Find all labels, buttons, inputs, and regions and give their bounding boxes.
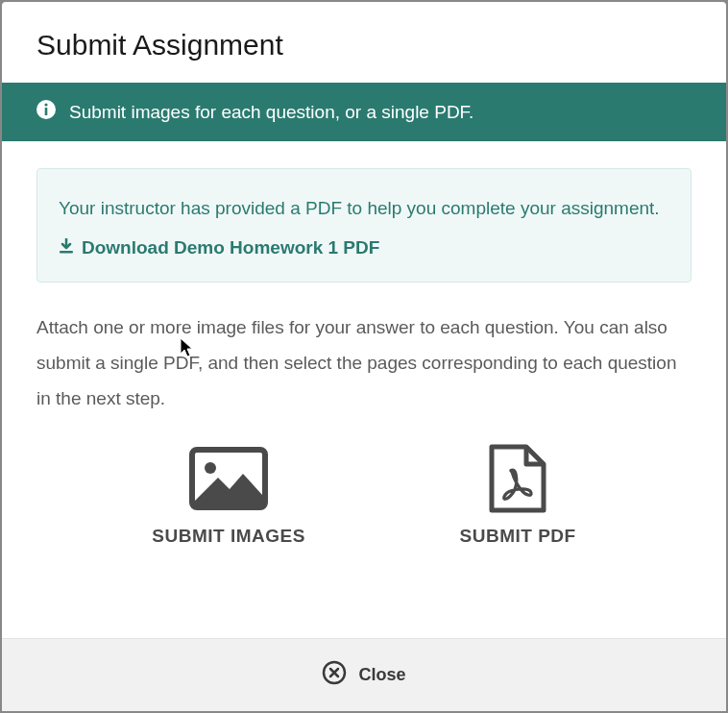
help-box: Your instructor has provided a PDF to he… [36, 168, 692, 283]
modal-header: Submit Assignment [2, 2, 726, 83]
svg-point-2 [44, 103, 47, 106]
submit-pdf-button[interactable]: SUBMIT PDF [460, 445, 576, 547]
submit-images-button[interactable]: SUBMIT IMAGES [152, 445, 305, 547]
image-icon [189, 445, 268, 512]
submit-assignment-modal: Submit Assignment Submit images for each… [2, 2, 726, 711]
close-label: Close [358, 665, 405, 685]
modal-title: Submit Assignment [36, 29, 692, 61]
svg-rect-3 [60, 251, 73, 254]
pdf-icon [488, 445, 547, 512]
close-icon [322, 660, 347, 690]
download-link-label: Download Demo Homework 1 PDF [82, 237, 379, 258]
submit-images-label: SUBMIT IMAGES [152, 526, 305, 547]
close-button[interactable]: Close [322, 660, 405, 690]
submit-pdf-label: SUBMIT PDF [460, 526, 576, 547]
info-banner-text: Submit images for each question, or a si… [69, 102, 473, 123]
modal-footer: Close [2, 638, 726, 711]
download-pdf-link[interactable]: Download Demo Homework 1 PDF [59, 237, 379, 258]
help-text: Your instructor has provided a PDF to he… [59, 192, 669, 224]
modal-body: Your instructor has provided a PDF to he… [2, 141, 726, 638]
svg-point-5 [205, 462, 216, 474]
submit-options: SUBMIT IMAGES SUBMIT PDF [36, 445, 692, 547]
info-banner: Submit images for each question, or a si… [2, 83, 726, 141]
info-icon [36, 100, 56, 124]
download-icon [59, 237, 74, 258]
svg-rect-1 [45, 108, 48, 115]
instructions-text: Attach one or more image files for your … [36, 309, 692, 416]
